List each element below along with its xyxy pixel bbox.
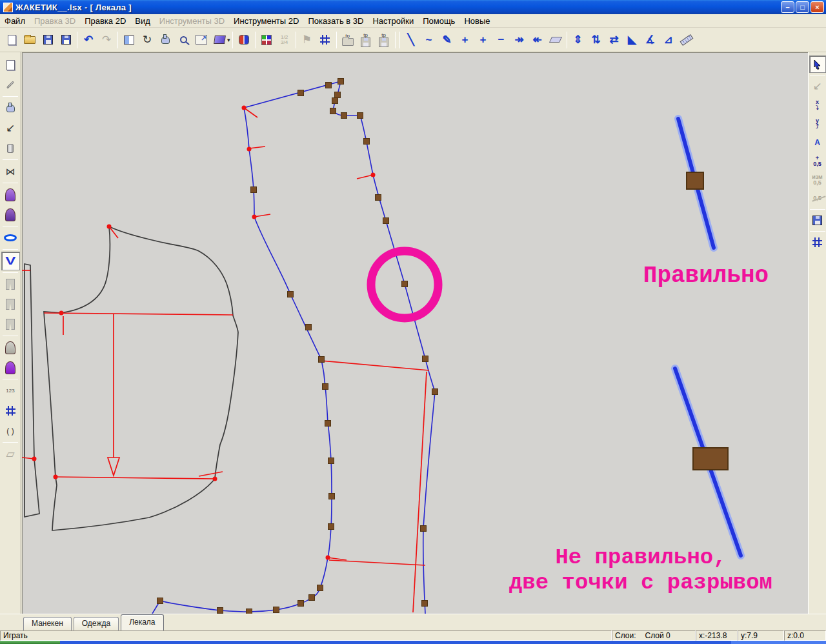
grid-toggle-button[interactable]	[316, 31, 334, 49]
mirror-x-button[interactable]: x⤵	[809, 96, 826, 114]
menu-tools-2d[interactable]: Инструменты 2D	[229, 15, 303, 27]
separator	[296, 32, 296, 48]
menu-file[interactable]: Файл	[0, 15, 30, 27]
redo-button[interactable]: ↷	[97, 31, 116, 49]
split-curve-left-button[interactable]: ↞	[529, 31, 547, 49]
tp-open-button[interactable]: tp	[339, 31, 357, 49]
measure-pen-button[interactable]: A	[809, 134, 826, 151]
pan-button[interactable]	[156, 31, 174, 49]
split-view-icon	[124, 35, 134, 45]
save-project-button[interactable]	[57, 31, 75, 49]
ellipse-tool-button[interactable]	[1, 228, 20, 247]
rotate-3d-button[interactable]: ↻	[138, 31, 156, 49]
knife-button[interactable]	[1, 75, 20, 94]
ellipse-icon	[4, 234, 17, 241]
move-arrow-button[interactable]: ↙	[1, 119, 20, 137]
zoom-window-button[interactable]	[192, 31, 210, 49]
move-gray-button: ↙	[809, 77, 826, 95]
undo-button[interactable]: ↶	[79, 31, 97, 49]
select-cursor-button[interactable]	[809, 55, 826, 73]
torso-gray-icon	[5, 341, 15, 354]
pencil-tool-button[interactable]: ✎	[438, 31, 456, 49]
line-tool-button[interactable]: ╲	[402, 31, 420, 49]
grid-button[interactable]	[1, 401, 20, 420]
press-hand-icon	[6, 105, 15, 112]
black-pattern-outline[interactable]	[44, 226, 238, 530]
pencil-icon: ✎	[442, 34, 451, 45]
incorrect-annotation: Не правильно, две точки с разрывом	[496, 545, 785, 596]
bracket-button[interactable]: ( )	[1, 421, 20, 440]
maximize-button[interactable]: □	[796, 1, 809, 13]
arrow-icon: ↙	[6, 123, 15, 134]
separator	[3, 249, 18, 250]
color-grid-button[interactable]	[257, 31, 276, 49]
status-message: Играть	[0, 630, 612, 641]
mirror-y-button[interactable]: y⤴	[809, 115, 826, 132]
eraser-button[interactable]	[547, 31, 565, 49]
sleeve-left-edge[interactable]	[152, 108, 332, 614]
collar-tool-button[interactable]: V	[1, 252, 20, 270]
cursor-icon	[813, 59, 821, 70]
menu-edit-2d[interactable]: Правка 2D	[80, 15, 130, 27]
press-button[interactable]	[1, 99, 20, 117]
menu-edit-3d: Правка 3D	[30, 15, 80, 27]
mannequin-back-button[interactable]	[1, 205, 20, 224]
area-button[interactable]: ◣	[623, 31, 641, 49]
rotate-cw-button[interactable]: ∡	[641, 31, 660, 49]
close-button[interactable]: ×	[811, 1, 824, 13]
point-tool-button[interactable]: +	[456, 31, 474, 49]
mirror-button[interactable]: ⋈	[1, 162, 20, 181]
tab-patterns[interactable]: Лекала	[121, 614, 163, 630]
split-curve-right-button[interactable]: ↠	[510, 31, 529, 49]
tab-mannequin[interactable]: Манекен	[23, 617, 72, 630]
menu-bar: Файл Правка 3D Правка 2D Вид Инструменты…	[0, 14, 826, 28]
remove-point-button[interactable]: −	[492, 31, 510, 49]
rotate-angle-button[interactable]: ⊿	[660, 31, 678, 49]
flip-page-button[interactable]	[1, 55, 20, 74]
app-icon	[3, 3, 13, 12]
mannequin-front-button[interactable]	[1, 185, 20, 204]
rotate-save-button[interactable]	[809, 212, 826, 229]
measure-dashed-button[interactable]: ⇅	[587, 31, 605, 49]
save-button[interactable]	[39, 31, 57, 49]
measure-123-button[interactable]: 123	[1, 381, 20, 400]
piece-icon: ▱	[6, 448, 14, 459]
sleeve-right-edge[interactable]	[244, 81, 435, 614]
piece-button[interactable]: ▱	[1, 445, 20, 463]
seam-off-button: 0,5	[809, 190, 826, 207]
tp-save-button[interactable]: tp	[357, 31, 375, 49]
correct-annotation: Правильно	[627, 263, 785, 289]
torso-purple-button[interactable]	[1, 358, 20, 377]
add-point-button[interactable]: +	[474, 31, 492, 49]
zoom-button[interactable]	[174, 31, 192, 49]
menu-help[interactable]: Помощь	[418, 15, 459, 27]
start-button-edge[interactable]	[0, 641, 60, 644]
tab-clothes[interactable]: Одежда	[74, 617, 119, 630]
roll-button[interactable]	[1, 139, 20, 157]
open-file-button[interactable]	[21, 31, 39, 49]
tp-save-icon	[361, 37, 370, 47]
pattern-canvas[interactable]: Правильно Не правильно, две точки с разр…	[22, 52, 808, 614]
menu-new[interactable]: Новые	[459, 15, 494, 27]
grid-button-right[interactable]	[809, 234, 826, 251]
view-3d-icon	[239, 35, 249, 45]
ruler-button[interactable]	[678, 31, 696, 49]
seam-plus-button[interactable]: +0,5	[809, 152, 826, 170]
curve-tool-button[interactable]: ~	[420, 31, 438, 49]
gray-arrow-icon: ↙	[812, 81, 821, 92]
measure-vertical-button[interactable]: ⇕	[569, 31, 587, 49]
view-3d-button[interactable]	[235, 31, 253, 49]
measure-double-button[interactable]: ⇄	[605, 31, 623, 49]
split-view-button[interactable]	[120, 31, 138, 49]
separator	[810, 75, 825, 75]
tp-save-all-button[interactable]: tp	[375, 31, 393, 49]
taskbar-window-button[interactable]	[731, 641, 826, 644]
minimize-button[interactable]: –	[781, 1, 794, 13]
menu-show-3d[interactable]: Показать в 3D	[303, 15, 368, 27]
sliver-pattern-outline[interactable]	[25, 264, 39, 517]
menu-settings[interactable]: Настройки	[368, 15, 418, 27]
menu-view[interactable]: Вид	[130, 15, 155, 27]
layers-book-button[interactable]	[210, 31, 228, 49]
mannequin-back-icon	[5, 208, 15, 221]
new-document-button[interactable]	[3, 31, 21, 49]
